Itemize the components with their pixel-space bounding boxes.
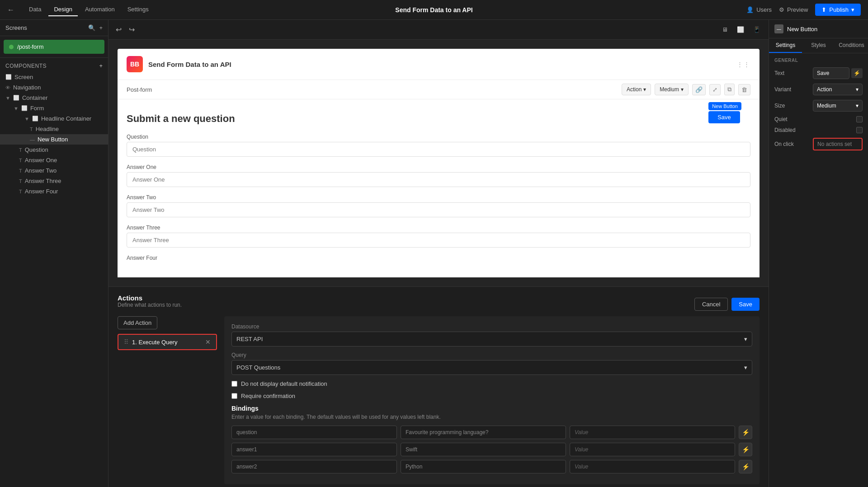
- medium-dropdown[interactable]: Medium ▾: [655, 84, 689, 95]
- text-input[interactable]: Save: [813, 67, 849, 79]
- tree-item-question[interactable]: T Question: [0, 145, 108, 155]
- tab-conditions[interactable]: Conditions: [835, 38, 868, 53]
- tab-settings[interactable]: Settings: [122, 3, 154, 16]
- right-panel-header: — New Button: [769, 20, 868, 38]
- canvas-wrapper[interactable]: BB Send Form Data to an API ⋮⋮ Post-form…: [108, 40, 769, 487]
- navigation-tree-icon: 👁: [5, 85, 10, 90]
- answer-one-input[interactable]: [127, 172, 750, 187]
- actions-content: Add Action ⠿ 1. Execute Query ✕ Datasour…: [118, 316, 760, 484]
- tree-item-label: Screen: [14, 74, 33, 80]
- disabled-field-row: Disabled: [774, 127, 863, 133]
- query-label: Query: [231, 352, 752, 358]
- text-field-row: Text Save ⚡: [774, 67, 863, 79]
- disabled-field-name: Disabled: [774, 127, 796, 133]
- save-actions-button[interactable]: Save: [731, 298, 760, 311]
- binding-row-question: question Favourite programming language?…: [231, 426, 752, 439]
- binding-value-question[interactable]: Value: [570, 426, 735, 439]
- actions-panel: Actions Define what actions to run. Canc…: [108, 286, 769, 487]
- mobile-view-button[interactable]: 📱: [750, 24, 763, 35]
- text-field-input-group: Save ⚡: [813, 67, 863, 79]
- action-dropdown[interactable]: Action ▾: [622, 84, 651, 95]
- binding-value-answer2[interactable]: Value: [570, 460, 735, 473]
- quiet-checkbox[interactable]: [856, 116, 863, 122]
- add-screen-icon[interactable]: +: [99, 24, 103, 31]
- tab-settings[interactable]: Settings: [769, 38, 802, 53]
- text-lightning-icon[interactable]: ⚡: [851, 68, 863, 78]
- action-item-execute-query[interactable]: ⠿ 1. Execute Query ✕: [118, 334, 217, 350]
- tree-item-label: Container: [22, 94, 47, 101]
- tab-automation[interactable]: Automation: [80, 3, 120, 16]
- query-select[interactable]: POST Questions ▾: [231, 360, 752, 375]
- tree-item-label: Answer Three: [25, 178, 61, 184]
- actions-panel-buttons: Cancel Save: [694, 298, 760, 311]
- add-action-button[interactable]: Add Action: [118, 316, 157, 329]
- desktop-view-button[interactable]: 🖥: [719, 24, 731, 35]
- tablet-view-button[interactable]: ⬜: [734, 24, 747, 35]
- tab-styles[interactable]: Styles: [802, 38, 835, 53]
- no-notification-checkbox[interactable]: [231, 381, 237, 387]
- question-input[interactable]: [127, 142, 750, 157]
- binding-lightning-question[interactable]: ⚡: [739, 426, 752, 439]
- back-button[interactable]: ←: [7, 6, 14, 14]
- tree-item-answer-three[interactable]: T Answer Three: [0, 176, 108, 186]
- undo-button[interactable]: ↩: [114, 23, 123, 36]
- tree-item-container[interactable]: ▼ ⬜ Container: [0, 93, 108, 103]
- users-label: Users: [756, 6, 772, 13]
- onclick-value[interactable]: No actions set: [813, 138, 863, 150]
- add-component-icon[interactable]: +: [99, 62, 103, 69]
- form-field-answer-three: Answer Three: [127, 225, 750, 248]
- tree-item-new-button[interactable]: — New Button: [0, 134, 108, 145]
- sidebar-header-icons: 🔍 +: [88, 24, 103, 31]
- expand-icon[interactable]: ⤢: [709, 84, 721, 95]
- binding-lightning-answer2[interactable]: ⚡: [739, 460, 752, 473]
- tree-item-screen[interactable]: ⬜ Screen: [0, 72, 108, 82]
- screen-item[interactable]: /post-form: [4, 40, 104, 54]
- tree-item-navigation[interactable]: 👁 Navigation: [0, 82, 108, 93]
- answer-three-label: Answer Three: [127, 225, 750, 231]
- canvas-section-toolbar: Post-form Action ▾ Medium ▾ 🔗 ⤢ ⧉: [118, 80, 760, 99]
- tree-item-answer-one[interactable]: T Answer One: [0, 155, 108, 165]
- preview-button[interactable]: ⚙ Preview: [779, 6, 808, 13]
- binding-value-answer1[interactable]: Value: [570, 443, 735, 456]
- sidebar-title: Screens: [5, 24, 27, 31]
- require-confirmation-checkbox[interactable]: [231, 393, 237, 399]
- answer-two-tree-icon: T: [19, 168, 22, 173]
- answer-three-input[interactable]: [127, 233, 750, 248]
- users-button[interactable]: 👤 Users: [746, 6, 772, 13]
- toolbar-right: 🖥 ⬜ 📱: [719, 24, 763, 35]
- cancel-button[interactable]: Cancel: [694, 298, 728, 311]
- publish-chevron: ▾: [851, 6, 854, 13]
- canvas-dots-icon[interactable]: ⋮⋮: [737, 61, 750, 68]
- top-nav: ← Data Design Automation Settings Send F…: [0, 0, 868, 20]
- search-icon[interactable]: 🔍: [88, 24, 95, 31]
- save-button-canvas[interactable]: Save: [708, 111, 740, 123]
- tab-data[interactable]: Data: [24, 3, 47, 16]
- size-select[interactable]: Medium ▾: [813, 100, 863, 112]
- action-config: Datasource REST API ▾ Query POST Questio…: [224, 316, 760, 484]
- redo-button[interactable]: ↪: [127, 23, 137, 36]
- tree-item-form[interactable]: ▼ ⬜ Form: [0, 103, 108, 113]
- datasource-select[interactable]: REST API ▾: [231, 332, 752, 347]
- nav-left: ← Data Design Automation Settings: [7, 3, 154, 16]
- variant-select[interactable]: Action ▾: [813, 84, 863, 95]
- copy-icon[interactable]: ⧉: [724, 84, 735, 95]
- question-label: Question: [127, 134, 750, 140]
- general-section-label: GENERAL: [774, 58, 863, 63]
- tree-item-answer-two[interactable]: T Answer Two: [0, 165, 108, 176]
- disabled-checkbox[interactable]: [856, 127, 863, 133]
- tree-item-headline-container[interactable]: ▼ ⬜ Headline Container: [0, 113, 108, 124]
- tree-item-answer-four[interactable]: T Answer Four: [0, 186, 108, 197]
- actions-subtitle: Define what actions to run.: [118, 302, 182, 308]
- size-value: Medium: [817, 103, 836, 109]
- binding-key-answer2: answer2: [231, 460, 397, 473]
- require-confirmation-label: Require confirmation: [241, 393, 295, 399]
- form-field-answer-one: Answer One: [127, 164, 750, 187]
- tree-item-headline[interactable]: T Headline: [0, 124, 108, 134]
- answer-two-input[interactable]: [127, 202, 750, 217]
- publish-button[interactable]: ⬆ Publish ▾: [815, 4, 861, 16]
- delete-icon[interactable]: 🗑: [738, 84, 750, 95]
- link-icon[interactable]: 🔗: [692, 84, 706, 95]
- tab-design[interactable]: Design: [48, 3, 77, 16]
- remove-action-icon[interactable]: ✕: [205, 338, 211, 346]
- binding-lightning-answer1[interactable]: ⚡: [739, 443, 752, 456]
